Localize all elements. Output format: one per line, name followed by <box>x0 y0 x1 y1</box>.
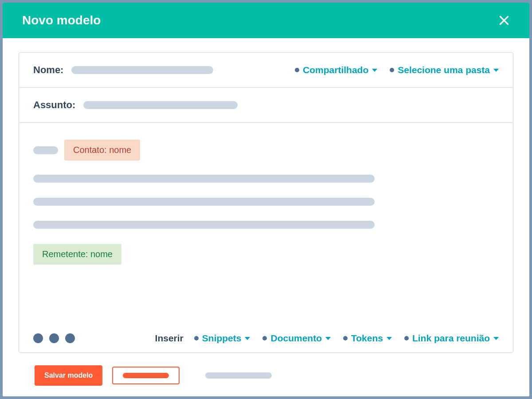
bullet-icon <box>390 68 394 72</box>
insert-menu: Snippets Documento Tokens <box>194 333 499 344</box>
insert-label: Inserir <box>155 333 184 344</box>
dot-icon <box>65 333 75 343</box>
modal-title: Novo modelo <box>22 13 101 27</box>
subject-input[interactable] <box>83 101 238 109</box>
text-placeholder <box>33 146 58 154</box>
subject-row: Assunto: <box>19 88 513 123</box>
editor-toolbar: Inserir Snippets Documento <box>33 322 499 344</box>
bullet-icon <box>262 336 267 340</box>
bullet-icon <box>194 336 199 340</box>
bullet-icon <box>343 336 348 340</box>
folder-dropdown[interactable]: Selecione uma pasta <box>390 65 499 75</box>
secondary-button[interactable] <box>112 367 180 384</box>
bullet-icon <box>295 68 299 72</box>
bullet-icon <box>404 336 409 340</box>
meeting-link-label: Link para reunião <box>412 333 490 344</box>
tokens-dropdown[interactable]: Tokens <box>343 333 392 344</box>
snippets-dropdown[interactable]: Snippets <box>194 333 250 344</box>
editor-content[interactable]: Contato: nome Remetente: nome <box>33 140 499 322</box>
form-panel: Nome: Compartilhado Selecione uma pasta <box>19 52 513 353</box>
subject-label: Assunto: <box>33 99 75 111</box>
save-template-button[interactable]: Salvar modelo <box>35 365 102 386</box>
body-line-2 <box>33 198 375 206</box>
name-row: Nome: Compartilhado Selecione uma pasta <box>19 53 513 88</box>
toolbar-more[interactable] <box>33 333 75 343</box>
name-dropdowns: Compartilhado Selecione uma pasta <box>295 65 499 75</box>
folder-dropdown-label: Selecione uma pasta <box>398 65 490 75</box>
modal-footer: Salvar modelo <box>19 353 513 386</box>
footer-text-placeholder <box>205 372 272 379</box>
meeting-link-dropdown[interactable]: Link para reunião <box>404 333 499 344</box>
shared-dropdown[interactable]: Compartilhado <box>295 65 377 75</box>
contact-name-token[interactable]: Contato: nome <box>64 140 140 160</box>
close-icon[interactable] <box>498 15 510 26</box>
editor-area: Contato: nome Remetente: nome In <box>19 123 513 352</box>
modal-body: Nome: Compartilhado Selecione uma pasta <box>3 38 529 396</box>
chevron-down-icon <box>325 337 331 340</box>
tokens-label: Tokens <box>351 333 383 344</box>
snippets-label: Snippets <box>202 333 242 344</box>
chevron-down-icon <box>493 337 499 340</box>
dot-icon <box>33 333 43 343</box>
chevron-down-icon <box>493 69 499 72</box>
document-label: Documento <box>270 333 322 344</box>
new-template-modal: Novo modelo Nome: Compartilhado Se <box>3 3 529 396</box>
shared-dropdown-label: Compartilhado <box>303 65 368 75</box>
name-input[interactable] <box>71 66 213 74</box>
sender-name-token[interactable]: Remetente: nome <box>33 244 121 265</box>
secondary-button-placeholder <box>123 373 169 378</box>
modal-header: Novo modelo <box>3 3 529 38</box>
body-line-3 <box>33 221 375 229</box>
body-line-1 <box>33 175 375 183</box>
dot-icon <box>49 333 59 343</box>
chevron-down-icon <box>387 337 392 340</box>
signature-line: Remetente: nome <box>33 244 499 265</box>
chevron-down-icon <box>245 337 250 340</box>
document-dropdown[interactable]: Documento <box>262 333 331 344</box>
name-label: Nome: <box>33 64 63 76</box>
chevron-down-icon <box>372 69 377 72</box>
greeting-line: Contato: nome <box>33 140 499 160</box>
